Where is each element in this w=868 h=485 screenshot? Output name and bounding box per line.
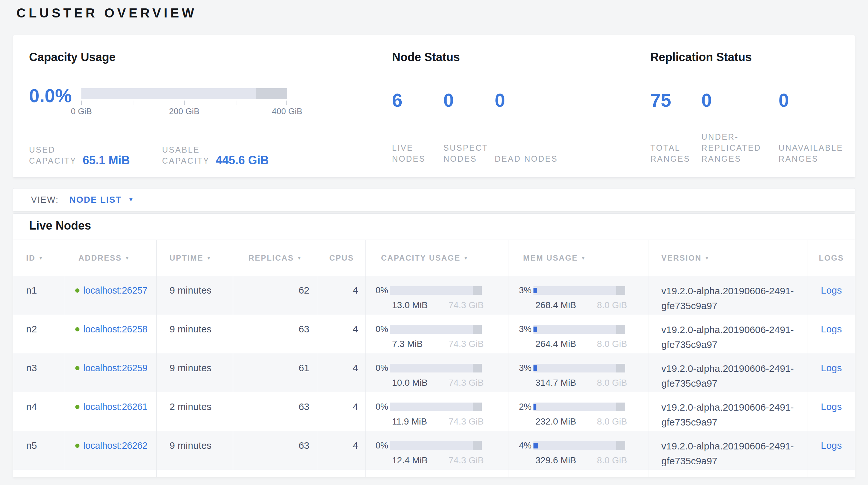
capacity-usage-title: Capacity Usage xyxy=(29,50,313,64)
live-nodes-table: ID▼ ADDRESS▼ UPTIME▼ REPLICAS▼ CPUS CAPA… xyxy=(13,239,855,477)
cpus-cell: 4 xyxy=(318,276,365,315)
live-nodes-label: LIVE NODES xyxy=(392,142,440,177)
live-nodes-stat: 6 LIVE NODES xyxy=(392,64,443,177)
replication-status-section: Replication Status 75 TOTAL RANGES 0 UND… xyxy=(650,35,864,177)
capacity-usage-section: Capacity Usage 0.0% 0 GiB 20 xyxy=(29,35,313,177)
axis-tick-label: 200 GiB xyxy=(169,106,199,116)
usable-capacity-stat: USABLE CAPACITY 445.6 GiB xyxy=(162,144,269,166)
capacity-used: 7.3 MiB xyxy=(392,337,423,351)
node-address-link[interactable]: localhost:26262 xyxy=(83,440,148,451)
node-id-cell: n1 xyxy=(13,276,64,315)
capacity-bar xyxy=(390,364,482,372)
axis-tick xyxy=(82,101,82,105)
sort-desc-icon: ▼ xyxy=(581,255,586,261)
logs-link[interactable]: Logs xyxy=(821,285,842,295)
usable-capacity-value: 445.6 GiB xyxy=(216,153,269,167)
header-mem-usage[interactable]: MEM USAGE▼ xyxy=(508,240,648,276)
capacity-gauge: 0.0% 0 GiB 200 GiB 400 GiB xyxy=(29,88,313,119)
node-status-section: Node Status 6 LIVE NODES 0 SUSPECT NODES… xyxy=(392,35,573,177)
used-capacity-stat: USED CAPACITY 65.1 MiB xyxy=(29,144,130,166)
uptime-cell: 9 minutes xyxy=(156,431,233,470)
node-address-link[interactable]: localhost:26258 xyxy=(83,324,148,334)
capacity-used: 11.9 MiB xyxy=(392,415,427,428)
capacity-pct: 0% xyxy=(366,284,390,297)
capacity-used: 12.4 MiB xyxy=(392,454,428,467)
header-logs: LOGS xyxy=(808,240,855,276)
view-bar: VIEW: NODE LIST ▼ xyxy=(13,188,855,211)
version-cell: v19.2.0-alpha.20190606-2491-gfe735c9a97 xyxy=(648,353,808,392)
capacity-pct: 0% xyxy=(366,322,390,336)
logs-link[interactable]: Logs xyxy=(821,401,842,412)
axis-tick-label: 400 GiB xyxy=(272,106,302,116)
live-status-icon xyxy=(75,405,80,409)
view-label: VIEW: xyxy=(31,195,59,205)
mem-usage-cell: 2% 232.0 MiB8.0 GiB xyxy=(508,392,648,431)
capacity-used: 10.0 MiB xyxy=(392,376,428,390)
suspect-nodes-stat: 0 SUSPECT NODES xyxy=(443,64,495,177)
capacity-usage-cell: 0% 13.0 MiB74.3 GiB xyxy=(365,276,508,315)
mem-used: 268.4 MiB xyxy=(535,298,576,312)
uptime-cell: 9 minutes xyxy=(156,315,233,353)
version-cell: v19.2.0-alpha.20190606-2491-gfe735c9a97 xyxy=(648,276,808,315)
replication-status-title: Replication Status xyxy=(650,50,864,64)
mem-bar xyxy=(533,441,625,450)
logs-link[interactable]: Logs xyxy=(821,363,842,373)
header-uptime[interactable]: UPTIME▼ xyxy=(156,240,233,276)
logs-cell: Logs xyxy=(808,315,855,353)
table-row: n3 localhost:26259 9 minutes 61 4 0% 10.… xyxy=(13,353,855,392)
header-id[interactable]: ID▼ xyxy=(13,240,64,276)
capacity-total: 74.3 GiB xyxy=(448,415,484,428)
view-dropdown[interactable]: NODE LIST ▼ xyxy=(69,195,134,205)
live-status-icon xyxy=(75,444,80,448)
capacity-usage-cell: 0% 10.0 MiB74.3 GiB xyxy=(365,353,508,392)
node-address-link[interactable]: localhost:26259 xyxy=(83,363,148,373)
capacity-pct: 0% xyxy=(366,400,390,413)
capacity-total: 74.3 GiB xyxy=(448,337,484,351)
cpus-cell: 4 xyxy=(318,353,365,392)
live-status-icon xyxy=(75,327,80,332)
table-row: n5 localhost:26262 9 minutes 63 4 0% 12.… xyxy=(13,431,855,470)
node-address-link[interactable]: localhost:26257 xyxy=(83,285,148,295)
version-cell: v19.2.0-alpha.20190606-2491-gfe735c9a97 xyxy=(648,431,808,470)
node-address-cell: localhost:26257 xyxy=(64,276,156,315)
replicas-cell: 62 xyxy=(233,276,318,315)
used-capacity-label: USED CAPACITY xyxy=(29,144,82,166)
logs-cell: Logs xyxy=(808,431,855,470)
table-row-partial xyxy=(13,470,855,477)
live-status-icon xyxy=(75,366,80,370)
chevron-down-icon: ▼ xyxy=(128,197,134,203)
version-cell: v19.2.0-alpha.20190606-2491-gfe735c9a97 xyxy=(648,315,808,353)
capacity-total: 74.3 GiB xyxy=(448,454,484,467)
dead-nodes-value: 0 xyxy=(495,91,546,110)
usable-capacity-label: USABLE CAPACITY xyxy=(162,144,214,166)
header-version[interactable]: VERSION▼ xyxy=(648,240,808,276)
sort-desc-icon: ▼ xyxy=(125,255,130,261)
capacity-usage-cell: 0% 11.9 MiB74.3 GiB xyxy=(365,392,508,431)
mem-pct: 4% xyxy=(509,439,533,452)
dead-nodes-stat: 0 DEAD NODES xyxy=(495,64,546,177)
logs-link[interactable]: Logs xyxy=(821,440,842,451)
capacity-bar xyxy=(390,441,482,450)
axis-tick xyxy=(184,101,185,105)
live-nodes-title: Live Nodes xyxy=(13,214,855,239)
mem-used: 232.0 MiB xyxy=(535,415,576,428)
logs-cell: Logs xyxy=(808,392,855,431)
node-address-cell: localhost:26258 xyxy=(64,315,156,353)
node-address-link[interactable]: localhost:26261 xyxy=(83,402,148,412)
replicas-cell: 63 xyxy=(233,315,318,353)
under-replicated-ranges-value: 0 xyxy=(702,91,779,110)
header-capacity-usage[interactable]: CAPACITY USAGE▼ xyxy=(365,240,508,276)
header-replicas[interactable]: REPLICAS▼ xyxy=(233,240,318,276)
mem-bar xyxy=(533,403,625,411)
header-cpus[interactable]: CPUS xyxy=(318,240,365,276)
total-ranges-value: 75 xyxy=(650,91,702,110)
suspect-nodes-value: 0 xyxy=(443,91,495,110)
mem-usage-cell: 3% 314.7 MiB8.0 GiB xyxy=(508,353,648,392)
mem-used: 314.7 MiB xyxy=(535,376,576,390)
live-nodes-value: 6 xyxy=(392,91,443,110)
node-address-cell: localhost:26261 xyxy=(64,392,156,431)
logs-link[interactable]: Logs xyxy=(821,324,842,334)
cluster-overview-page: CLUSTER OVERVIEW Capacity Usage 0.0% xyxy=(0,0,868,485)
header-address[interactable]: ADDRESS▼ xyxy=(64,240,156,276)
cpus-cell: 4 xyxy=(318,431,365,470)
